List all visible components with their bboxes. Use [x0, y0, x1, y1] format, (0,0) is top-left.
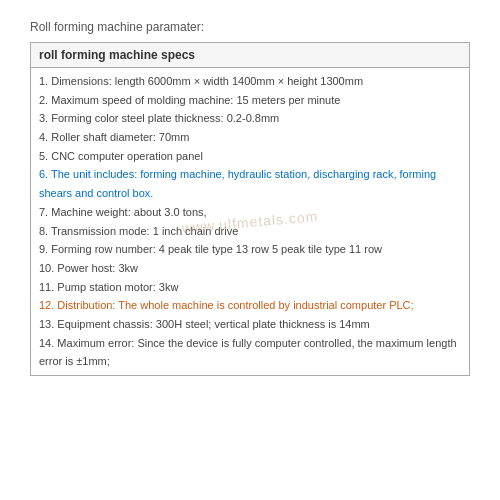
table-row: 4. Roller shaft diameter: 70mm — [39, 128, 461, 147]
table-row: 12. Distribution: The whole machine is c… — [39, 296, 461, 315]
table-row: 9. Forming row number: 4 peak tile type … — [39, 240, 461, 259]
table-row: 2. Maximum speed of molding machine: 15 … — [39, 91, 461, 110]
table-row: 7. Machine weight: about 3.0 tons, — [39, 203, 461, 222]
table-row: 13. Equipment chassis: 300H steel; verti… — [39, 315, 461, 334]
table-row: 11. Pump station motor: 3kw — [39, 278, 461, 297]
table-body: 1. Dimensions: length 6000mm × width 140… — [31, 68, 469, 375]
table-row: 8. Transmission mode: 1 inch chain drive — [39, 222, 461, 241]
table-row: 1. Dimensions: length 6000mm × width 140… — [39, 72, 461, 91]
table-row: 10. Power host: 3kw — [39, 259, 461, 278]
table-row: 5. CNC computer operation panel — [39, 147, 461, 166]
table-row: 14. Maximum error: Since the device is f… — [39, 334, 461, 371]
specs-table: roll forming machine specs 1. Dimensions… — [30, 42, 470, 376]
table-row: 6. The unit includes: forming machine, h… — [39, 165, 461, 202]
table-header: roll forming machine specs — [31, 43, 469, 68]
page-title: Roll forming machine paramater: — [30, 20, 470, 34]
table-row: 3. Forming color steel plate thickness: … — [39, 109, 461, 128]
